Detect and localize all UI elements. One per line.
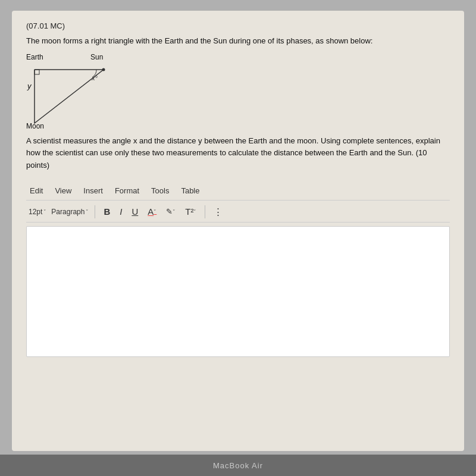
highlight-chevron: ˅: [173, 209, 176, 215]
svg-rect-0: [35, 70, 39, 74]
menu-edit[interactable]: Edit: [29, 185, 44, 196]
menu-insert[interactable]: Insert: [82, 185, 104, 196]
font-size-chevron: ˅: [43, 209, 46, 215]
superscript-button[interactable]: T² ˅: [183, 206, 199, 217]
menu-format[interactable]: Format: [114, 185, 140, 196]
svg-text:x°: x°: [91, 74, 98, 82]
font-color-chevron: ˅: [154, 209, 156, 215]
bold-button[interactable]: B: [101, 206, 112, 217]
font-color-button[interactable]: A ˅: [145, 206, 159, 217]
taskbar-label: MacBook Air: [213, 461, 263, 470]
menu-tools[interactable]: Tools: [150, 185, 170, 196]
menu-view[interactable]: View: [54, 185, 73, 196]
taskbar: MacBook Air: [0, 455, 476, 476]
question-intro: The moon forms a right triangle with the…: [26, 35, 450, 47]
italic-button[interactable]: I: [117, 206, 124, 217]
editor: Edit View Insert Format Tools Table 12pt…: [26, 181, 450, 357]
superscript-chevron: ˅: [193, 209, 196, 215]
earth-label: Earth: [26, 53, 43, 61]
highlight-button[interactable]: ✎ ˅: [164, 206, 178, 217]
moon-label: Moon: [26, 122, 44, 130]
paragraph-chevron: ˅: [86, 209, 89, 215]
question-body: A scientist measures the angle x and the…: [26, 135, 450, 172]
paragraph-select[interactable]: Paragraph ˅: [51, 208, 89, 216]
text-editor-area[interactable]: [26, 226, 450, 357]
menu-bar: Edit View Insert Format Tools Table: [26, 181, 450, 201]
toolbar-separator-1: [95, 205, 95, 218]
underline-button[interactable]: U: [129, 206, 140, 217]
question-id: (07.01 MC): [26, 21, 450, 30]
menu-table[interactable]: Table: [180, 185, 201, 196]
sun-label: Sun: [90, 53, 103, 61]
toolbar-separator-2: [205, 205, 205, 218]
toolbar: 12pt ˅ Paragraph ˅ B I U A ˅ ✎ ˅ T² ˅: [26, 203, 450, 223]
font-size-select[interactable]: 12pt ˅: [29, 208, 46, 216]
diagram: Earth Sun y x° Moon: [26, 53, 169, 130]
svg-point-2: [102, 68, 105, 71]
triangle-svg: x°: [26, 61, 145, 130]
more-button[interactable]: ⋮: [211, 206, 225, 218]
